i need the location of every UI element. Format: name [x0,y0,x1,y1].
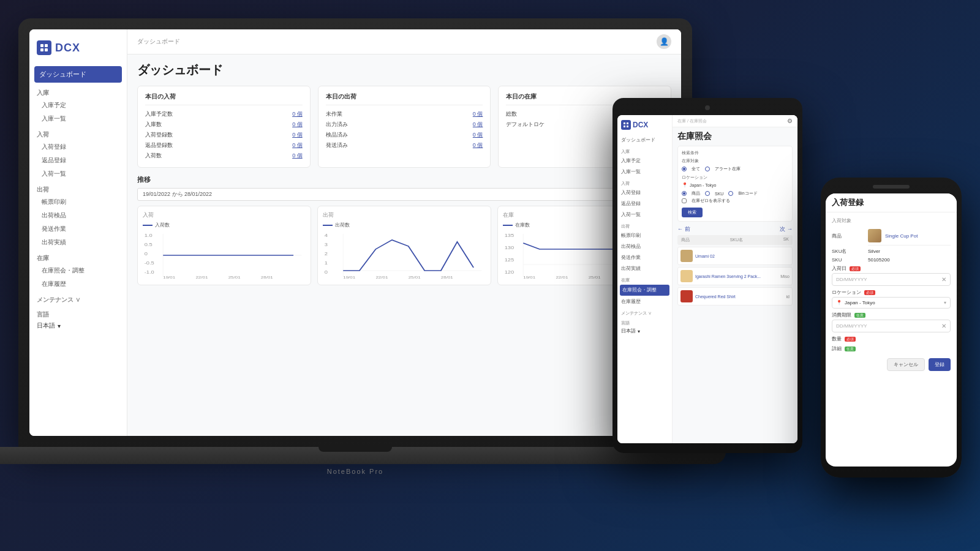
tablet-section-inventory: 入庫 [617,146,672,156]
svg-text:22/01: 22/01 [375,276,388,279]
tablet-section-shipping: 出荷 [617,220,672,230]
tablet-camera [705,105,710,110]
tablet-screen: DCX ダッシュボード 入庫 入庫予定 入庫一覧 入荷 入荷登録 返品登録 入荷… [617,115,797,443]
laptop-user-icon[interactable]: 👤 [657,34,671,49]
chart-arrival: 入荷 入荷数 1.0 0.5 0 [137,206,311,285]
sidebar-language-select[interactable]: 日本語 ▾ [29,320,127,332]
tablet-check-row: 商品 SKU Binコード [682,190,788,197]
svg-text:0: 0 [325,270,328,275]
stat-shipping-row-2: 出力済み0 個 [326,119,483,130]
tablet-filter-section: 検索条件 在庫対象 全て アラート在庫 ロケーション 📍 Japan - Tok… [677,146,793,222]
tablet-sidebar-dashboard[interactable]: ダッシュボード [617,135,672,146]
sidebar-item-return-register[interactable]: 返品登録 [29,154,127,167]
laptop-notch [318,447,392,452]
laptop-dashboard: ダッシュボード 本日の入荷 入庫予定数0 個 入庫数0 個 [127,54,681,293]
chart-arrival-area: 1.0 0.5 0 -0.5 -1.0 19/01 [143,231,306,280]
tablet-sidebar-print[interactable]: 帳票印刷 [617,230,672,241]
phone-consumption-clear[interactable]: ✕ [941,323,946,329]
phone-consumption-badge: 任意 [854,313,865,318]
laptop-stats-row: 本日の入荷 入庫予定数0 個 入庫数0 個 入荷登録数0 個 [137,86,671,168]
sidebar-item-arrival-list[interactable]: 入荷一覧 [29,167,127,181]
tablet-sidebar-inspection[interactable]: 出荷検品 [617,241,672,252]
svg-text:135: 135 [505,233,514,238]
tablet-logo-text: DCX [633,121,648,129]
tablet-product-thumb-3 [680,290,693,302]
phone-product-field-row: 商品 Single Cup Pot [832,227,951,246]
tablet-sidebar-shipping-result[interactable]: 出荷実績 [617,263,672,274]
phone-receipt-date-clear[interactable]: ✕ [941,276,946,283]
tablet-search-label: 検索条件 [682,150,788,156]
tablet-sidebar-arrival-register[interactable]: 入荷登録 [617,187,672,198]
tablet-search-btn[interactable]: 検索 [682,208,703,217]
sidebar-item-stock-adjust[interactable]: 在庫照会・調整 [29,264,127,277]
phone-receipt-date-input[interactable]: DD/MM/YYYY ✕ [832,273,951,286]
stat-receipt-row-3: 入荷登録数0 個 [145,130,303,140]
sidebar-item-arrival-register[interactable]: 入荷登録 [29,140,127,154]
phone-location-select[interactable]: 📍 Japan - Tokyo ▾ [832,297,951,309]
svg-text:22/01: 22/01 [556,276,568,279]
tablet-check-bin[interactable] [728,191,733,196]
tablet-product-name-2[interactable]: Igarashi Ramen 3serving 2 Pack... [695,274,778,279]
sidebar-section-shipping: 出荷 [29,181,127,195]
tablet-sidebar-receipt-scheduled[interactable]: 入庫予定 [617,156,672,167]
stat-receipt-row-2: 入庫数0 個 [145,119,303,130]
sidebar-item-shipping-result[interactable]: 出荷実績 [29,236,127,249]
tablet-breadcrumb: 在庫 / 在庫照会 [677,118,707,124]
tablet-language-select[interactable]: 日本語 ▾ [617,327,672,337]
phone-screen: 入荷登録 入荷対象 商品 Single Cup Pot SKU名 Silver [826,193,957,467]
phone-product-name[interactable]: Single Cup Pot [885,233,951,239]
phone-consumption-input[interactable]: DD/MM/YYYY ✕ [832,320,951,332]
stat-receipt-row-1: 入庫予定数0 個 [145,109,303,119]
tablet-check-product[interactable] [682,191,687,196]
svg-text:3: 3 [325,242,328,247]
sidebar-item-inspection[interactable]: 出荷検品 [29,209,127,222]
sidebar-item-print[interactable]: 帳票印刷 [29,195,127,209]
tablet-stock-zero-check[interactable] [682,198,687,203]
tablet-sidebar-return-register[interactable]: 返品登録 [617,198,672,209]
phone-consumption-label: 消費期限 任意 [832,312,951,318]
sidebar-item-dispatch[interactable]: 発送作業 [29,222,127,236]
laptop-label: NoteBook Pro [18,468,692,475]
tablet-product-name-3[interactable]: Chequered Red Shirt [695,294,784,299]
phone-receipt-date-section: 入荷日 必須 DD/MM/YYYY ✕ [832,265,951,286]
tablet-prev-btn[interactable]: ← 前 [677,225,690,233]
svg-rect-37 [627,122,628,124]
tablet-check-sku[interactable] [705,191,710,196]
sidebar-item-stock-history[interactable]: 在庫履歴 [29,277,127,291]
svg-rect-3 [45,48,48,51]
tablet-product-thumb-1 [680,250,693,262]
laptop-body: DCX ダッシュボード 入庫 入庫予定 入庫一覧 入荷 入荷登録 返品登録 入荷… [18,18,692,447]
sidebar-dashboard[interactable]: ダッシュボード [34,66,122,83]
svg-text:130: 130 [505,246,514,250]
trend-date-input[interactable]: 19/01/2022 から 28/01/2022 [137,188,671,201]
charts-row: 入荷 入荷数 1.0 0.5 0 [137,206,671,285]
sidebar-item-receipt-scheduled[interactable]: 入庫予定 [29,99,127,112]
tablet-sidebar-receipt-list[interactable]: 入庫一覧 [617,167,672,178]
tablet-product-name-1[interactable]: Umami 02 [695,254,787,258]
sidebar-section-language: 言語 [29,305,127,320]
phone-register-button[interactable]: 登録 [929,358,951,371]
tablet-sidebar-arrival-list[interactable]: 入荷一覧 [617,209,672,220]
tablet-main: 在庫 / 在庫照会 ⚙ 在庫照会 検索条件 在庫対象 全て アラート在庫 [673,115,797,443]
phone-sku-name-row: SKU名 Silver [832,248,951,255]
tablet-settings-icon[interactable]: ⚙ [787,118,793,124]
chart-arrival-title: 入荷 [143,211,306,219]
sidebar-item-receipt-list[interactable]: 入庫一覧 [29,112,127,126]
laptop-breadcrumb: ダッシュボード [137,37,180,46]
tablet-radio-all[interactable] [682,167,687,171]
tablet-sidebar: DCX ダッシュボード 入庫 入庫予定 入庫一覧 入荷 入荷登録 返品登録 入荷… [617,115,673,443]
tablet-sidebar-stock-history[interactable]: 在庫履歴 [617,296,672,307]
phone-product-row: Single Cup Pot [868,227,951,246]
tablet-sidebar-dispatch[interactable]: 発送作業 [617,252,672,263]
tablet-location-row: 📍 Japan - Tokyo [682,182,788,188]
phone-cancel-button[interactable]: キャンセル [887,358,925,371]
tablet-product-row-3: Chequered Red Shirt id [677,287,793,305]
tablet-radio-alert[interactable] [705,167,710,171]
tablet-next-btn[interactable]: 次 → [780,225,793,233]
svg-text:25/01: 25/01 [228,276,241,279]
chart-arrival-legend: 入荷数 [143,222,306,228]
tablet-product-sku-3: id [786,294,790,299]
tablet-section-language: 言語 [617,317,672,327]
phone-notch [873,185,910,189]
tablet-sidebar-stock-adjust[interactable]: 在庫照会・調整 [620,285,669,296]
